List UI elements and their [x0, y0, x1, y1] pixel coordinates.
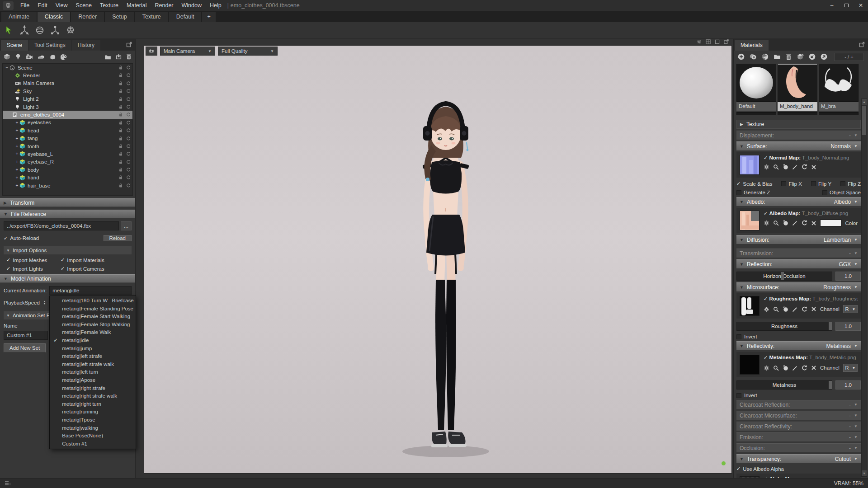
lock-icon[interactable]	[118, 183, 123, 188]
map-edit-icon[interactable]	[792, 164, 798, 170]
add-light-icon[interactable]	[15, 53, 21, 60]
map-search-icon[interactable]	[773, 164, 779, 170]
flip-x-checkbox[interactable]: Flip X	[781, 181, 802, 187]
slider-handle[interactable]	[829, 381, 832, 389]
surface-section-header[interactable]: ▼ Surface: Normals▼	[736, 141, 861, 150]
panel-popout-icon[interactable]	[859, 42, 865, 47]
material-thumb-m-body-hand[interactable]: M_body_hand	[778, 64, 817, 111]
scroll-down-icon[interactable]: ▼	[862, 470, 867, 476]
reset-icon[interactable]	[126, 167, 131, 172]
lock-icon[interactable]	[118, 73, 123, 78]
roughness-invert-checkbox[interactable]: Invert	[736, 334, 861, 339]
materials-scrollbar[interactable]: ▲ ▼	[861, 99, 867, 477]
reset-icon[interactable]	[126, 128, 131, 133]
tab-tool-settings[interactable]: Tool Settings	[28, 40, 71, 51]
lock-icon[interactable]	[118, 144, 123, 149]
map-settings-icon[interactable]	[764, 365, 769, 371]
map-settings-icon[interactable]	[764, 306, 769, 312]
apply-material-icon[interactable]	[797, 53, 804, 60]
tree-item-body[interactable]: + body	[3, 166, 132, 174]
lock-icon[interactable]	[118, 112, 123, 117]
tree-item-light-3[interactable]: Light 3	[3, 103, 132, 111]
load-material-icon[interactable]	[809, 53, 816, 60]
reset-icon[interactable]	[126, 175, 131, 180]
animation-option[interactable]: metarig|right turn	[50, 400, 136, 408]
delete-icon[interactable]	[126, 54, 132, 60]
character-model[interactable]	[378, 71, 514, 469]
scrollbar-thumb[interactable]	[862, 106, 866, 135]
lock-icon[interactable]	[118, 81, 123, 86]
reflectivity-section-header[interactable]: ▼ Reflectivity: Metalness▼	[736, 341, 861, 350]
viewport-settings-icon[interactable]	[697, 39, 702, 45]
diffusion-mode-select[interactable]: Lambertian▼	[824, 237, 858, 243]
map-reload-icon[interactable]	[802, 365, 807, 371]
map-clear-icon[interactable]	[811, 221, 816, 226]
tab-animate[interactable]: Animate	[1, 12, 37, 22]
add-shadow-catcher-icon[interactable]	[49, 54, 56, 60]
maximize-button[interactable]	[839, 0, 854, 11]
clearcoat-reflectivity-section-header[interactable]: Clearcoat Reflectivity: -▼	[736, 422, 861, 431]
animation-option[interactable]: metarig|Female Start Walking	[50, 313, 136, 321]
clearcoat-microsurface-section-header[interactable]: Clearcoat Microsurface: -▼	[736, 411, 861, 420]
viewport-canvas[interactable]	[144, 45, 732, 474]
import-lights-checkbox[interactable]: ✓Import Lights	[6, 266, 61, 272]
menu-edit[interactable]: Edit	[33, 0, 52, 11]
universal-tool-icon[interactable]	[64, 23, 77, 37]
metalness-value[interactable]: 1.0	[835, 380, 861, 389]
map-edit-icon[interactable]	[792, 306, 798, 312]
animation-option[interactable]: metarig|Apose	[50, 376, 136, 385]
quality-select[interactable]: Full Quality▼	[218, 47, 278, 56]
slider-handle[interactable]	[829, 322, 832, 330]
close-button[interactable]: ✕	[854, 0, 868, 11]
surface-mode-select[interactable]: Normals▼	[830, 143, 858, 150]
animation-option[interactable]: metarig|180 Turn W_ Briefcase	[50, 297, 136, 305]
minimize-button[interactable]: –	[825, 0, 839, 11]
menu-material[interactable]: Material	[123, 0, 151, 11]
transform-section-header[interactable]: ▶ Transform	[0, 198, 135, 207]
animation-option[interactable]: metarig|running	[50, 408, 136, 416]
viewport-popout-icon[interactable]	[724, 39, 729, 45]
map-settings-icon[interactable]	[764, 164, 769, 170]
metalness-channel-select[interactable]: R▼	[843, 364, 858, 372]
menu-help[interactable]: Help	[206, 0, 226, 11]
albedo-mode-select[interactable]: Albedo▼	[834, 199, 858, 205]
import-materials-checkbox[interactable]: ✓Import Materials	[61, 257, 129, 263]
add-material-icon[interactable]	[61, 54, 67, 60]
viewport-layout-icon[interactable]	[706, 39, 711, 45]
current-animation-select[interactable]: metarig|idle	[49, 286, 132, 295]
lock-icon[interactable]	[118, 65, 123, 70]
lock-icon[interactable]	[118, 120, 123, 125]
animation-option[interactable]: metarig|Female Walk	[50, 328, 136, 337]
reflection-mode-select[interactable]: GGX▼	[839, 261, 858, 267]
tab-scene[interactable]: Scene	[1, 40, 28, 51]
reset-icon[interactable]	[126, 65, 131, 70]
tab-classic[interactable]: Classic	[38, 12, 70, 22]
animation-option[interactable]: metarig|jump	[50, 345, 136, 353]
clearcoat-reflection-section-header[interactable]: Clearcoat Reflection: -▼	[736, 400, 861, 409]
auto-reload-checkbox[interactable]: ✓ Auto-Reload	[4, 235, 39, 241]
animation-option[interactable]: metarig|Tpose	[50, 416, 136, 424]
new-material-icon[interactable]	[738, 53, 745, 60]
playback-speed-stepper[interactable]: ▲▼	[42, 299, 47, 306]
tab-render[interactable]: Render	[71, 12, 104, 22]
lock-icon[interactable]	[118, 128, 123, 133]
lock-icon[interactable]	[118, 104, 123, 109]
animation-option[interactable]: metarig|right strafe walk	[50, 392, 136, 400]
set-name-input[interactable]: Custom #1	[4, 331, 48, 340]
map-preview-sphere-icon[interactable]	[783, 365, 788, 371]
albedo-map-thumbnail[interactable]	[740, 211, 760, 230]
lock-icon[interactable]	[118, 160, 123, 164]
lock-icon[interactable]	[118, 175, 123, 180]
map-search-icon[interactable]	[773, 306, 779, 312]
camera-select[interactable]: Main Camera▼	[160, 47, 215, 56]
metalness-invert-checkbox[interactable]: Invert	[736, 393, 861, 398]
reset-icon[interactable]	[126, 73, 131, 78]
horizon-occlusion-slider[interactable]: Horizon Occlusion	[736, 272, 832, 281]
tree-item-main-camera[interactable]: Main Camera	[3, 80, 132, 87]
folder-icon[interactable]	[104, 54, 111, 60]
roughness-slider[interactable]: Roughness	[736, 322, 832, 331]
animation-option[interactable]: Base Pose(None)	[50, 432, 136, 440]
move-tool-icon[interactable]	[18, 23, 31, 37]
duplicate-material-icon[interactable]	[750, 53, 757, 60]
microsurface-section-header[interactable]: ▼ Microsurface: Roughness▼	[736, 282, 861, 291]
